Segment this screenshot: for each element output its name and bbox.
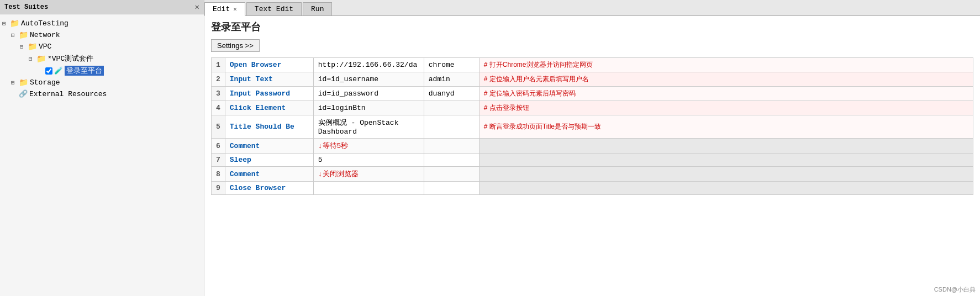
keyword-cell[interactable]: Sleep bbox=[225, 154, 313, 167]
tree-label: VPC bbox=[39, 43, 51, 51]
row-number: 5 bbox=[212, 115, 225, 139]
folder-icon: 📁 bbox=[19, 30, 28, 40]
tree-label: Storage bbox=[30, 78, 60, 87]
keyword-cell[interactable]: Input Text bbox=[225, 72, 313, 87]
sidebar-item-login[interactable]: 🧪登录至平台 bbox=[2, 65, 202, 77]
arg2-cell[interactable] bbox=[424, 115, 479, 139]
arg2-cell[interactable] bbox=[424, 154, 479, 167]
tab-close-icon[interactable]: ✕ bbox=[233, 6, 237, 13]
comment-cell: # 定位输入用户名元素后填写用户名 bbox=[479, 72, 973, 87]
row-number: 3 bbox=[212, 87, 225, 101]
table-row[interactable]: 9Close Browser bbox=[212, 182, 973, 195]
keyword-cell[interactable]: Title Should Be bbox=[225, 115, 313, 139]
row-number: 4 bbox=[212, 101, 225, 115]
settings-button[interactable]: Settings >> bbox=[211, 39, 260, 52]
comment-cell: # 打开Chrome浏览器并访问指定网页 bbox=[479, 58, 973, 72]
arg1-cell[interactable]: 5 bbox=[313, 154, 424, 167]
tree-label: Network bbox=[30, 31, 60, 39]
row-number: 7 bbox=[212, 154, 225, 167]
comment-cell-empty bbox=[479, 182, 973, 195]
sidebar-title: Test Suites bbox=[4, 3, 48, 11]
keyword-cell[interactable]: Input Password bbox=[225, 87, 313, 101]
main-panel: Edit✕Text EditRun 登录至平台 Settings >> 1Ope… bbox=[204, 0, 980, 296]
keyword-cell[interactable]: Open Browser bbox=[225, 58, 313, 72]
table-row[interactable]: 5Title Should Be实例概况 - OpenStack Dashboa… bbox=[212, 115, 973, 139]
comment-cell-empty bbox=[479, 154, 973, 167]
tree-label: External Resources bbox=[29, 90, 107, 98]
comment-cell-empty bbox=[479, 139, 973, 154]
resource-icon: 🔗 bbox=[19, 89, 28, 98]
row-number: 1 bbox=[212, 58, 225, 72]
keyword-cell[interactable]: Comment bbox=[225, 167, 313, 182]
arg1-cell[interactable]: ↓关闭浏览器 bbox=[313, 167, 424, 182]
keyword-table: 1Open Browserhttp://192.166.66.32/dachro… bbox=[211, 57, 973, 195]
folder-icon: 📁 bbox=[19, 78, 28, 87]
arg2-cell[interactable]: chrome bbox=[424, 58, 479, 72]
arg1-cell[interactable] bbox=[313, 182, 424, 195]
sidebar: Test Suites ✕ ⊟📁AutoTesting⊟📁Network⊟📁VP… bbox=[0, 0, 204, 296]
watermark: CSDN@小白典 bbox=[934, 286, 976, 294]
sidebar-header: Test Suites ✕ bbox=[0, 0, 204, 14]
arg2-cell[interactable] bbox=[424, 101, 479, 115]
sidebar-item-vpc[interactable]: ⊟📁VPC bbox=[2, 41, 202, 52]
sidebar-item-autotesting[interactable]: ⊟📁AutoTesting bbox=[2, 18, 202, 29]
arg1-cell[interactable]: ↓等待5秒 bbox=[313, 139, 424, 154]
arg1-cell[interactable]: id=id_username bbox=[313, 72, 424, 87]
table-row[interactable]: 3Input Passwordid=id_passwordduanyd# 定位输… bbox=[212, 87, 973, 101]
table-row[interactable]: 1Open Browserhttp://192.166.66.32/dachro… bbox=[212, 58, 973, 72]
arg1-cell[interactable]: id=loginBtn bbox=[313, 101, 424, 115]
tab-run[interactable]: Run bbox=[303, 2, 332, 15]
item-checkbox[interactable] bbox=[45, 67, 52, 75]
tab-label: Run bbox=[311, 5, 324, 13]
tab-label: Text Edit bbox=[255, 5, 293, 13]
arg2-cell[interactable]: duanyd bbox=[424, 87, 479, 101]
sidebar-tree: ⊟📁AutoTesting⊟📁Network⊟📁VPC⊟📁*VPC测试套件🧪登录… bbox=[0, 14, 204, 296]
tree-label: AutoTesting bbox=[21, 19, 69, 28]
comment-cell: # 定位输入密码元素后填写密码 bbox=[479, 87, 973, 101]
table-row[interactable]: 7Sleep5 bbox=[212, 154, 973, 167]
expander-icon[interactable]: ⊟ bbox=[11, 31, 19, 39]
sidebar-close-button[interactable]: ✕ bbox=[195, 2, 199, 12]
expander-icon[interactable]: ⊟ bbox=[20, 43, 28, 50]
tab-edit[interactable]: Edit✕ bbox=[204, 2, 245, 16]
expander-icon[interactable]: ⊞ bbox=[11, 79, 19, 86]
table-row[interactable]: 6Comment↓等待5秒 bbox=[212, 139, 973, 154]
row-number: 6 bbox=[212, 139, 225, 154]
folder-icon: 📁 bbox=[28, 42, 37, 51]
tab-bar: Edit✕Text EditRun bbox=[204, 0, 980, 16]
table-row[interactable]: 4Click Elementid=loginBtn# 点击登录按钮 bbox=[212, 101, 973, 115]
row-number: 2 bbox=[212, 72, 225, 87]
keyword-cell[interactable]: Comment bbox=[225, 139, 313, 154]
keyword-cell[interactable]: Click Element bbox=[225, 101, 313, 115]
arg2-cell[interactable]: admin bbox=[424, 72, 479, 87]
comment-cell-empty bbox=[479, 167, 973, 182]
arg1-cell[interactable]: http://192.166.66.32/da bbox=[313, 58, 424, 72]
content-area: 登录至平台 Settings >> 1Open Browserhttp://19… bbox=[204, 16, 980, 296]
test-icon: 🧪 bbox=[54, 66, 63, 75]
tree-label: *VPC测试套件 bbox=[48, 54, 93, 64]
expander-icon[interactable]: ⊟ bbox=[2, 20, 10, 27]
tab-label: Edit bbox=[213, 5, 230, 13]
sidebar-item-network[interactable]: ⊟📁Network bbox=[2, 29, 202, 41]
sidebar-item-vpc-suite[interactable]: ⊟📁*VPC测试套件 bbox=[2, 52, 202, 65]
table-row[interactable]: 8Comment↓关闭浏览器 bbox=[212, 167, 973, 182]
keyword-cell[interactable]: Close Browser bbox=[225, 182, 313, 195]
sidebar-item-storage[interactable]: ⊞📁Storage bbox=[2, 77, 202, 88]
comment-cell: # 断言登录成功页面Title是否与预期一致 bbox=[479, 115, 973, 139]
table-row[interactable]: 2Input Textid=id_usernameadmin# 定位输入用户名元… bbox=[212, 72, 973, 87]
arg2-cell[interactable] bbox=[424, 167, 479, 182]
arg1-cell[interactable]: 实例概况 - OpenStack Dashboard bbox=[313, 115, 424, 139]
comment-cell: # 点击登录按钮 bbox=[479, 101, 973, 115]
row-number: 9 bbox=[212, 182, 225, 195]
arg1-cell[interactable]: id=id_password bbox=[313, 87, 424, 101]
test-title: 登录至平台 bbox=[211, 20, 973, 34]
tab-text-edit[interactable]: Text Edit bbox=[246, 2, 302, 15]
sidebar-item-external[interactable]: 🔗External Resources bbox=[2, 88, 202, 99]
folder-icon: 📁 bbox=[10, 19, 19, 28]
expander-icon[interactable]: ⊟ bbox=[29, 55, 36, 62]
row-number: 8 bbox=[212, 167, 225, 182]
tree-label: 登录至平台 bbox=[65, 66, 104, 76]
arg2-cell[interactable] bbox=[424, 182, 479, 195]
arg2-cell[interactable] bbox=[424, 139, 479, 154]
folder-icon: 📁 bbox=[36, 54, 46, 64]
